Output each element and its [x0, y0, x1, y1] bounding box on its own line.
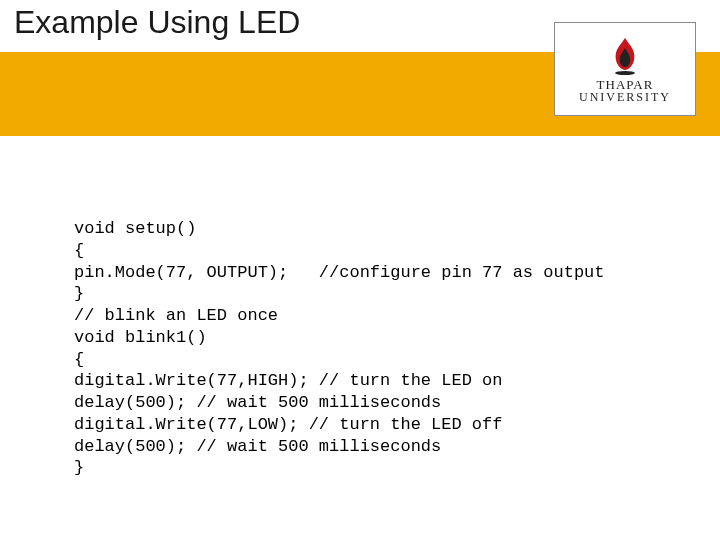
code-line: {	[74, 350, 84, 369]
code-line: void blink1()	[74, 328, 207, 347]
logo-text: THAPAR UNIVERSITY	[579, 78, 671, 103]
code-line: delay(500); // wait 500 milliseconds	[74, 393, 441, 412]
code-line: // blink an LED once	[74, 306, 278, 325]
code-line: }	[74, 458, 84, 477]
code-line: delay(500); // wait 500 milliseconds	[74, 437, 441, 456]
code-block: void setup() { pin.Mode(77, OUTPUT); //c…	[74, 218, 605, 479]
page-title: Example Using LED	[14, 4, 300, 40]
code-line: pin.Mode(77, OUTPUT); //configure pin 77…	[74, 263, 605, 282]
code-line: digital.Write(77,HIGH); // turn the LED …	[74, 371, 502, 390]
flame-icon	[610, 36, 640, 76]
logo-line-1: THAPAR	[579, 78, 671, 91]
code-line: digital.Write(77,LOW); // turn the LED o…	[74, 415, 502, 434]
logo-line-2: UNIVERSITY	[579, 91, 671, 103]
code-line: }	[74, 284, 84, 303]
code-line: {	[74, 241, 84, 260]
title-area: Example Using LED	[14, 4, 300, 41]
slide: Example Using LED THAPAR UNIVERSITY void…	[0, 0, 720, 540]
svg-point-0	[615, 71, 635, 75]
university-logo: THAPAR UNIVERSITY	[554, 22, 696, 116]
code-line: void setup()	[74, 219, 196, 238]
